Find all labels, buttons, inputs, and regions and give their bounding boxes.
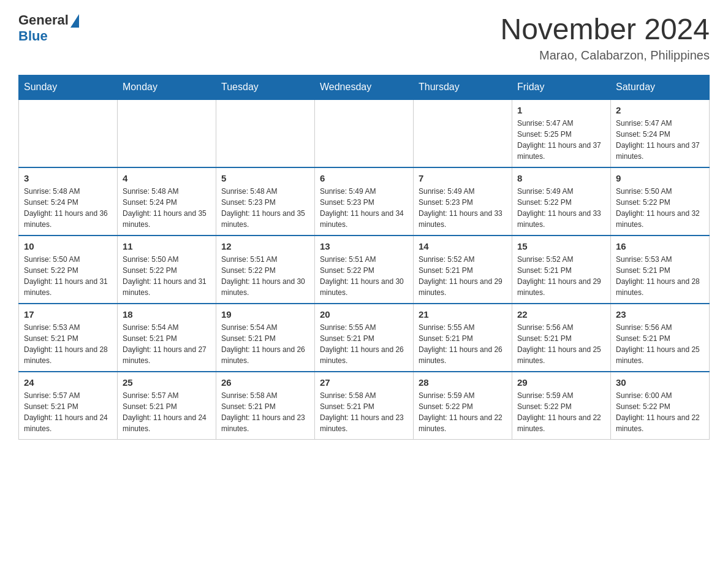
week-row: 3Sunrise: 5:48 AMSunset: 5:24 PMDaylight… — [19, 167, 710, 236]
title-section: November 2024 Marao, Calabarzon, Philipp… — [500, 12, 710, 63]
day-number: 4 — [123, 173, 211, 183]
day-number: 30 — [616, 377, 704, 388]
day-number: 5 — [221, 173, 309, 183]
day-info: Sunrise: 5:51 AMSunset: 5:22 PMDaylight:… — [221, 254, 309, 298]
day-number: 25 — [123, 377, 211, 388]
calendar-cell — [216, 99, 315, 167]
calendar-cell: 23Sunrise: 5:56 AMSunset: 5:21 PMDayligh… — [611, 304, 710, 372]
calendar-cell: 24Sunrise: 5:57 AMSunset: 5:21 PMDayligh… — [19, 372, 118, 440]
calendar-day-header: Thursday — [414, 75, 512, 100]
day-number: 15 — [517, 241, 605, 251]
calendar-cell: 30Sunrise: 6:00 AMSunset: 5:22 PMDayligh… — [611, 372, 710, 440]
page-title: November 2024 — [500, 12, 710, 46]
day-info: Sunrise: 5:50 AMSunset: 5:22 PMDaylight:… — [123, 254, 211, 298]
day-number: 16 — [616, 241, 704, 251]
calendar-cell: 28Sunrise: 5:59 AMSunset: 5:22 PMDayligh… — [414, 372, 512, 440]
calendar-cell: 18Sunrise: 5:54 AMSunset: 5:21 PMDayligh… — [118, 304, 216, 372]
day-number: 14 — [419, 241, 507, 251]
day-info: Sunrise: 5:49 AMSunset: 5:23 PMDaylight:… — [419, 186, 507, 230]
calendar-day-header: Sunday — [19, 75, 118, 100]
calendar-cell: 19Sunrise: 5:54 AMSunset: 5:21 PMDayligh… — [216, 304, 315, 372]
logo: General Blue — [18, 12, 79, 44]
calendar-day-header: Tuesday — [216, 75, 315, 100]
day-info: Sunrise: 5:53 AMSunset: 5:21 PMDaylight:… — [24, 322, 112, 366]
day-number: 29 — [517, 377, 605, 388]
day-number: 24 — [24, 377, 112, 388]
calendar-cell: 17Sunrise: 5:53 AMSunset: 5:21 PMDayligh… — [19, 304, 118, 372]
day-number: 22 — [517, 309, 605, 320]
calendar-cell: 13Sunrise: 5:51 AMSunset: 5:22 PMDayligh… — [315, 236, 414, 304]
calendar-day-header: Saturday — [611, 75, 710, 100]
week-row: 17Sunrise: 5:53 AMSunset: 5:21 PMDayligh… — [19, 304, 710, 372]
calendar-cell: 4Sunrise: 5:48 AMSunset: 5:24 PMDaylight… — [118, 167, 216, 236]
logo-blue-text: Blue — [18, 28, 48, 44]
day-number: 10 — [24, 241, 112, 251]
day-info: Sunrise: 5:58 AMSunset: 5:21 PMDaylight:… — [221, 390, 309, 434]
calendar-cell — [315, 99, 414, 167]
day-info: Sunrise: 5:54 AMSunset: 5:21 PMDaylight:… — [221, 322, 309, 366]
week-row: 24Sunrise: 5:57 AMSunset: 5:21 PMDayligh… — [19, 372, 710, 440]
day-number: 6 — [320, 173, 408, 183]
day-info: Sunrise: 5:49 AMSunset: 5:22 PMDaylight:… — [517, 186, 605, 230]
calendar-cell: 7Sunrise: 5:49 AMSunset: 5:23 PMDaylight… — [414, 167, 512, 236]
calendar-table: SundayMondayTuesdayWednesdayThursdayFrid… — [18, 75, 710, 440]
calendar-day-header: Friday — [512, 75, 611, 100]
day-info: Sunrise: 5:50 AMSunset: 5:22 PMDaylight:… — [24, 254, 112, 298]
page-subtitle: Marao, Calabarzon, Philippines — [500, 48, 710, 63]
day-number: 21 — [419, 309, 507, 320]
day-number: 1 — [517, 105, 605, 115]
calendar-cell: 16Sunrise: 5:53 AMSunset: 5:21 PMDayligh… — [611, 236, 710, 304]
day-number: 20 — [320, 309, 408, 320]
calendar-cell — [118, 99, 216, 167]
day-number: 9 — [616, 173, 704, 183]
day-info: Sunrise: 5:47 AMSunset: 5:24 PMDaylight:… — [616, 118, 704, 162]
day-number: 28 — [419, 377, 507, 388]
day-number: 7 — [419, 173, 507, 183]
day-info: Sunrise: 5:59 AMSunset: 5:22 PMDaylight:… — [517, 390, 605, 434]
day-info: Sunrise: 5:55 AMSunset: 5:21 PMDaylight:… — [320, 322, 408, 366]
day-number: 13 — [320, 241, 408, 251]
day-info: Sunrise: 5:53 AMSunset: 5:21 PMDaylight:… — [616, 254, 704, 298]
calendar-cell: 1Sunrise: 5:47 AMSunset: 5:25 PMDaylight… — [512, 99, 611, 167]
day-info: Sunrise: 5:57 AMSunset: 5:21 PMDaylight:… — [24, 390, 112, 434]
calendar-cell: 12Sunrise: 5:51 AMSunset: 5:22 PMDayligh… — [216, 236, 315, 304]
day-number: 18 — [123, 309, 211, 320]
calendar-cell: 27Sunrise: 5:58 AMSunset: 5:21 PMDayligh… — [315, 372, 414, 440]
calendar-day-header: Monday — [118, 75, 216, 100]
day-info: Sunrise: 5:56 AMSunset: 5:21 PMDaylight:… — [517, 322, 605, 366]
day-info: Sunrise: 5:54 AMSunset: 5:21 PMDaylight:… — [123, 322, 211, 366]
day-number: 3 — [24, 173, 112, 183]
calendar-cell: 14Sunrise: 5:52 AMSunset: 5:21 PMDayligh… — [414, 236, 512, 304]
day-info: Sunrise: 5:52 AMSunset: 5:21 PMDaylight:… — [517, 254, 605, 298]
calendar-cell: 2Sunrise: 5:47 AMSunset: 5:24 PMDaylight… — [611, 99, 710, 167]
day-number: 27 — [320, 377, 408, 388]
day-number: 23 — [616, 309, 704, 320]
day-info: Sunrise: 5:57 AMSunset: 5:21 PMDaylight:… — [123, 390, 211, 434]
calendar-cell: 9Sunrise: 5:50 AMSunset: 5:22 PMDaylight… — [611, 167, 710, 236]
calendar-cell: 8Sunrise: 5:49 AMSunset: 5:22 PMDaylight… — [512, 167, 611, 236]
day-info: Sunrise: 5:50 AMSunset: 5:22 PMDaylight:… — [616, 186, 704, 230]
logo-triangle-icon — [70, 14, 79, 28]
week-row: 10Sunrise: 5:50 AMSunset: 5:22 PMDayligh… — [19, 236, 710, 304]
calendar-cell: 6Sunrise: 5:49 AMSunset: 5:23 PMDaylight… — [315, 167, 414, 236]
day-number: 17 — [24, 309, 112, 320]
day-info: Sunrise: 5:51 AMSunset: 5:22 PMDaylight:… — [320, 254, 408, 298]
calendar-cell: 11Sunrise: 5:50 AMSunset: 5:22 PMDayligh… — [118, 236, 216, 304]
calendar-cell: 3Sunrise: 5:48 AMSunset: 5:24 PMDaylight… — [19, 167, 118, 236]
day-number: 2 — [616, 105, 704, 115]
calendar-cell: 20Sunrise: 5:55 AMSunset: 5:21 PMDayligh… — [315, 304, 414, 372]
day-number: 26 — [221, 377, 309, 388]
day-number: 8 — [517, 173, 605, 183]
day-number: 11 — [123, 241, 211, 251]
calendar-cell: 22Sunrise: 5:56 AMSunset: 5:21 PMDayligh… — [512, 304, 611, 372]
calendar-cell: 10Sunrise: 5:50 AMSunset: 5:22 PMDayligh… — [19, 236, 118, 304]
day-info: Sunrise: 5:47 AMSunset: 5:25 PMDaylight:… — [517, 118, 605, 162]
page-header: General Blue November 2024 Marao, Calaba… — [18, 12, 710, 63]
day-info: Sunrise: 5:56 AMSunset: 5:21 PMDaylight:… — [616, 322, 704, 366]
day-number: 12 — [221, 241, 309, 251]
logo-general-text: General — [18, 12, 69, 28]
calendar-cell: 5Sunrise: 5:48 AMSunset: 5:23 PMDaylight… — [216, 167, 315, 236]
day-info: Sunrise: 5:52 AMSunset: 5:21 PMDaylight:… — [419, 254, 507, 298]
day-number: 19 — [221, 309, 309, 320]
calendar-cell — [414, 99, 512, 167]
